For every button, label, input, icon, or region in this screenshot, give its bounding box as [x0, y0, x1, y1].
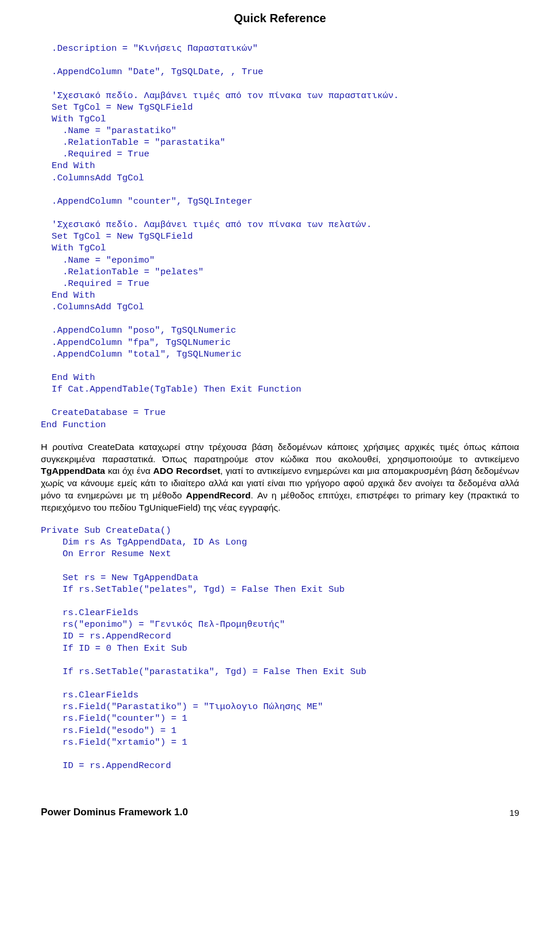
- bold-term-2: ADO Recordset: [153, 466, 220, 476]
- prose-text: και όχι ένα: [105, 466, 153, 476]
- page-title: Quick Reference: [41, 12, 519, 25]
- code-block-1: .Description = "Κινήσεις Παραστατικών" .…: [41, 43, 519, 431]
- body-paragraph-1: Η ρουτίνα CreateData καταχωρεί στην τρέχ…: [41, 441, 519, 515]
- page: Quick Reference .Description = "Κινήσεις…: [0, 0, 560, 842]
- footer-left: Power Dominus Framework 1.0: [41, 807, 188, 818]
- bold-term-1: TgAppendData: [41, 466, 105, 476]
- prose-text: Η ρουτίνα CreateData καταχωρεί στην τρέχ…: [41, 442, 519, 464]
- page-number: 19: [509, 808, 519, 818]
- code-block-2: Private Sub CreateData() Dim rs As TgApp…: [41, 525, 519, 772]
- page-footer: Power Dominus Framework 1.0 19: [41, 807, 519, 818]
- bold-term-3: AppendRecord: [186, 490, 251, 500]
